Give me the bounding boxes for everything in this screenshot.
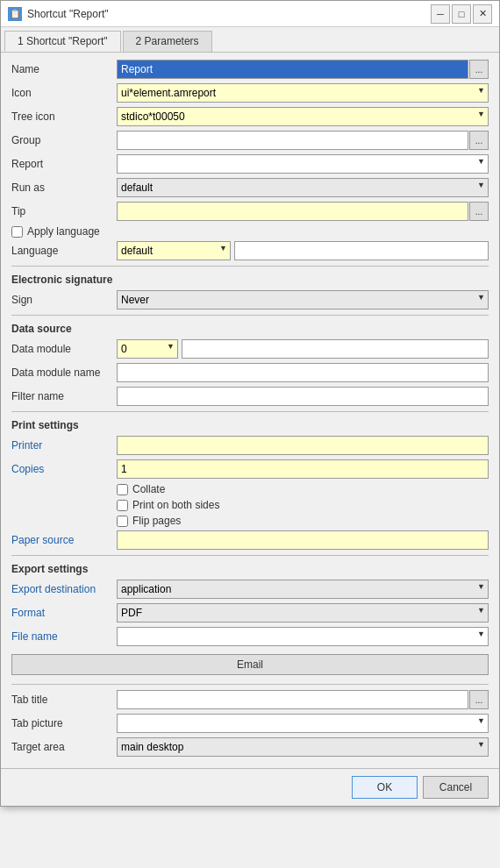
apply-language-label[interactable]: Apply language	[27, 225, 100, 238]
language-extra-input[interactable]	[234, 241, 489, 260]
title-bar: 📋 Shortcut "Report" ─ □ ✕	[1, 1, 499, 27]
main-window: 📋 Shortcut "Report" ─ □ ✕ 1 Shortcut "Re…	[0, 0, 500, 807]
language-row: Language default	[11, 241, 489, 260]
cancel-button[interactable]: Cancel	[423, 776, 489, 799]
data-module-row: Data module 0	[11, 339, 489, 359]
export-destination-select[interactable]: application	[117, 580, 489, 599]
data-module-select-wrapper: 0	[117, 339, 178, 359]
language-select[interactable]: default	[117, 241, 231, 260]
minimize-button[interactable]: ─	[431, 4, 450, 24]
collate-label[interactable]: Collate	[132, 483, 165, 495]
print-both-sides-checkbox[interactable]	[117, 500, 128, 511]
icon-select[interactable]: ui*element.amreport	[117, 83, 489, 103]
tip-browse-button[interactable]: ...	[469, 202, 489, 221]
filter-name-label: Filter name	[11, 390, 117, 402]
data-source-section-header: Data source	[11, 323, 489, 335]
tree-icon-select[interactable]: stdico*t00050	[117, 107, 489, 126]
data-module-name-row: Data module name	[11, 363, 489, 382]
name-row: Name ...	[11, 60, 489, 79]
filter-name-input[interactable]	[117, 387, 489, 406]
data-module-select[interactable]: 0	[117, 339, 178, 359]
group-input[interactable]	[117, 131, 468, 150]
target-area-select[interactable]: main desktop	[117, 737, 489, 757]
run-as-select-wrapper: default	[117, 178, 489, 197]
group-label: Group	[11, 134, 117, 146]
format-label: Format	[11, 607, 117, 619]
sign-label: Sign	[11, 294, 117, 306]
tab-title-input[interactable]	[117, 690, 468, 709]
window-icon: 📋	[8, 7, 22, 21]
tab-title-field-wrapper: ...	[117, 690, 489, 709]
icon-row: Icon ui*element.amreport	[11, 83, 489, 103]
data-module-extra-input[interactable]	[182, 339, 489, 359]
printer-input[interactable]	[117, 436, 489, 455]
export-destination-label: Export destination	[11, 583, 117, 595]
run-as-select[interactable]: default	[117, 178, 489, 197]
tab-picture-select-wrapper	[117, 714, 489, 733]
run-as-label: Run as	[11, 181, 117, 194]
tab-parameters[interactable]: 2 Parameters	[123, 31, 212, 52]
name-browse-button[interactable]: ...	[469, 60, 489, 79]
run-as-row: Run as default	[11, 178, 489, 197]
sign-row: Sign Never	[11, 290, 489, 309]
tree-icon-select-wrapper: stdico*t00050	[117, 107, 489, 126]
close-button[interactable]: ✕	[473, 4, 492, 24]
ok-button[interactable]: OK	[352, 776, 418, 799]
file-name-row: File name	[11, 627, 489, 646]
tip-row: Tip ...	[11, 202, 489, 221]
group-field-wrapper: ...	[117, 131, 489, 150]
apply-language-checkbox[interactable]	[11, 226, 23, 238]
maximize-button[interactable]: □	[452, 4, 471, 24]
copies-row: Copies	[11, 459, 489, 479]
print-both-sides-row: Print on both sides	[117, 499, 489, 511]
data-module-label: Data module	[11, 343, 117, 355]
tip-label: Tip	[11, 205, 117, 217]
name-input[interactable]	[117, 60, 468, 79]
icon-select-wrapper: ui*element.amreport	[117, 83, 489, 103]
tip-input[interactable]	[117, 202, 468, 221]
window-title: Shortcut "Report"	[27, 8, 431, 20]
collate-row: Collate	[117, 483, 489, 495]
language-label: Language	[11, 245, 117, 257]
copies-input[interactable]	[117, 459, 489, 479]
file-name-select[interactable]	[117, 627, 489, 646]
icon-label: Icon	[11, 87, 117, 99]
apply-language-row: Apply language	[11, 225, 489, 238]
tab-shortcut-report[interactable]: 1 Shortcut "Report"	[4, 31, 121, 52]
tree-icon-label: Tree icon	[11, 110, 117, 123]
tab-picture-row: Tab picture	[11, 714, 489, 733]
flip-pages-label[interactable]: Flip pages	[132, 515, 181, 527]
group-browse-button[interactable]: ...	[469, 131, 489, 150]
data-module-name-input[interactable]	[117, 363, 489, 382]
paper-source-row: Paper source	[11, 530, 489, 550]
window-controls: ─ □ ✕	[431, 4, 492, 24]
target-area-label: Target area	[11, 741, 117, 753]
tab-title-label: Tab title	[11, 694, 117, 706]
print-both-sides-label[interactable]: Print on both sides	[132, 499, 219, 511]
export-destination-row: Export destination application	[11, 580, 489, 599]
print-settings-section-header: Print settings	[11, 419, 489, 431]
flip-pages-checkbox[interactable]	[117, 516, 128, 527]
target-area-row: Target area main desktop	[11, 737, 489, 757]
name-label: Name	[11, 63, 117, 75]
sign-select-wrapper: Never	[117, 290, 489, 309]
tab-title-browse-button[interactable]: ...	[469, 690, 489, 709]
tab-picture-select[interactable]	[117, 714, 489, 733]
report-row: Report	[11, 154, 489, 174]
filter-name-row: Filter name	[11, 387, 489, 406]
tab-picture-label: Tab picture	[11, 717, 117, 729]
collate-checkbox[interactable]	[117, 484, 128, 495]
group-row: Group ...	[11, 131, 489, 150]
footer: OK Cancel	[1, 768, 499, 806]
export-settings-section-header: Export settings	[11, 563, 489, 575]
flip-pages-row: Flip pages	[117, 515, 489, 527]
sign-select[interactable]: Never	[117, 290, 489, 309]
tree-icon-row: Tree icon stdico*t00050	[11, 107, 489, 126]
email-button[interactable]: Email	[11, 654, 489, 675]
report-select-wrapper	[117, 154, 489, 174]
report-select[interactable]	[117, 154, 489, 174]
format-select[interactable]: PDF	[117, 603, 489, 623]
format-select-wrapper: PDF	[117, 603, 489, 623]
paper-source-input[interactable]	[117, 530, 489, 550]
sign-section-header: Electronic signature	[11, 274, 489, 286]
